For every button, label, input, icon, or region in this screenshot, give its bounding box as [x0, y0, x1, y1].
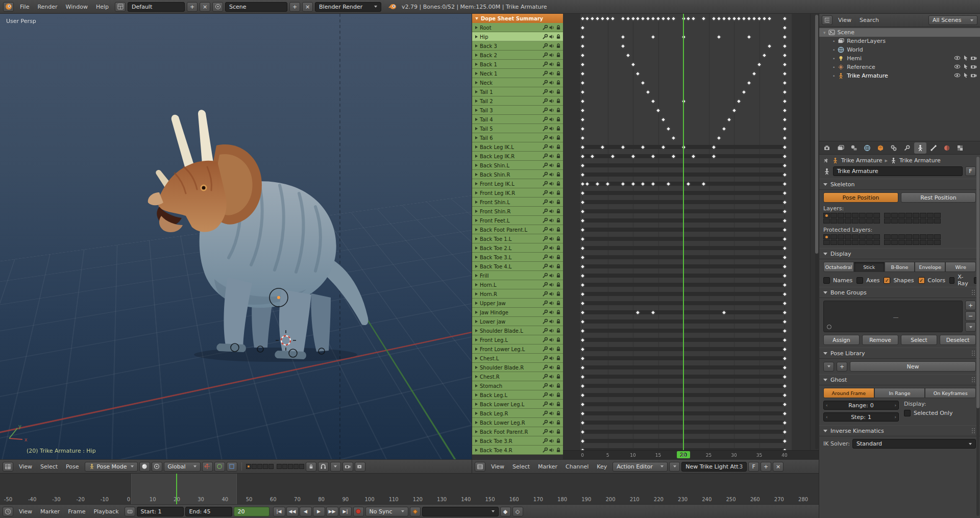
channel-lock-icon[interactable]: [555, 410, 561, 416]
layer-cell[interactable]: [845, 213, 851, 218]
channel-front-feet-l[interactable]: Front Feet.L: [472, 216, 563, 225]
channel-lock-icon[interactable]: [555, 144, 561, 150]
keyframe-diamond[interactable]: [660, 16, 666, 21]
keyframe-diamond[interactable]: [646, 89, 651, 94]
panel-header-skeleton[interactable]: Skeleton: [819, 179, 980, 190]
keyframe-diamond[interactable]: [580, 43, 585, 48]
channel-lower-jaw[interactable]: Lower jaw: [472, 317, 563, 326]
channel-modifier-icon[interactable]: [542, 300, 548, 306]
channel-back-toe-4-r[interactable]: Back Toe 4.R: [472, 446, 563, 455]
layer-cell[interactable]: [905, 234, 912, 239]
viewport-menu-view[interactable]: View: [15, 463, 36, 470]
channel-expand-icon[interactable]: [475, 366, 478, 369]
channel-mute-icon[interactable]: [548, 89, 555, 95]
layer-cell[interactable]: [845, 240, 851, 245]
scene-selector[interactable]: Scene: [225, 2, 287, 12]
selectability-toggle-icon[interactable]: [962, 72, 969, 80]
layer-cell[interactable]: [859, 218, 866, 224]
bone-group-select-button[interactable]: Select: [901, 335, 937, 345]
channel-mute-icon[interactable]: [548, 254, 555, 260]
outliner-item-world[interactable]: •World: [819, 45, 980, 54]
viewport-menu-select[interactable]: Select: [36, 463, 62, 470]
viewport-layer-4[interactable]: [263, 464, 268, 469]
disclosure-icon[interactable]: •: [832, 39, 835, 44]
panel-header-inverse-kinematics[interactable]: Inverse Kinematics: [819, 425, 980, 436]
keyframe-diamond[interactable]: [580, 80, 585, 85]
screen-layout-selector[interactable]: Default: [128, 2, 185, 12]
snap-element-button[interactable]: [330, 462, 341, 472]
display-mode-stick[interactable]: Stick: [854, 262, 885, 272]
keyframe-diamond[interactable]: [782, 126, 787, 131]
channel-expand-icon[interactable]: [475, 155, 478, 158]
layer-cell[interactable]: [873, 213, 880, 218]
channel-expand-icon[interactable]: [475, 292, 478, 295]
channel-expand-icon[interactable]: [475, 228, 478, 231]
properties-tab-texture[interactable]: [954, 142, 966, 154]
channel-mute-icon[interactable]: [548, 364, 555, 371]
keyframe-diamond[interactable]: [625, 16, 630, 21]
layer-cell[interactable]: [859, 213, 866, 218]
channel-lock-icon[interactable]: [555, 107, 561, 113]
channel-lock-icon[interactable]: [555, 309, 561, 315]
channel-mute-icon[interactable]: [548, 153, 555, 159]
channel-lock-icon[interactable]: [555, 61, 561, 67]
timeline-playhead[interactable]: [176, 474, 177, 504]
channel-expand-icon[interactable]: [475, 348, 478, 351]
delete-keyframe-button[interactable]: ◇: [512, 507, 523, 516]
viewport-shading-button[interactable]: [139, 462, 150, 472]
keyframe-diamond[interactable]: [580, 25, 585, 30]
channel-lock-icon[interactable]: [555, 447, 561, 453]
channel-lock-icon[interactable]: [555, 355, 561, 361]
keyframe-diamond[interactable]: [782, 108, 787, 113]
keyframe-diamond[interactable]: [782, 80, 787, 85]
panel-grip-icon[interactable]: [971, 377, 976, 383]
jump-to-start-button[interactable]: |◀: [273, 507, 285, 516]
keyframe-diamond[interactable]: [757, 62, 762, 67]
keyframe-diamond[interactable]: [762, 53, 767, 58]
properties-tab-bone[interactable]: [927, 142, 940, 154]
channel-back-1[interactable]: Back 1: [472, 60, 563, 69]
channel-expand-icon[interactable]: [475, 274, 478, 277]
channel-frill[interactable]: Frill: [472, 271, 563, 280]
panel-header-display[interactable]: Display: [819, 248, 980, 259]
channel-expand-icon[interactable]: [475, 210, 478, 213]
channel-back-3[interactable]: Back 3: [472, 41, 563, 51]
channel-back-leg-ik-l[interactable]: Back Leg IK.L: [472, 142, 563, 152]
keyframe-diamond[interactable]: [762, 16, 767, 21]
dopesheet-menu-channel[interactable]: Channel: [561, 463, 593, 470]
channel-mute-icon[interactable]: [548, 144, 555, 150]
channel-modifier-icon[interactable]: [542, 309, 548, 315]
render-opengl-anim-button[interactable]: [355, 462, 365, 472]
channel-lock-icon[interactable]: [555, 364, 561, 371]
editor-type-button-dopesheet[interactable]: [475, 462, 485, 472]
viewport-layer-2[interactable]: [252, 464, 257, 469]
keyframe-diamond[interactable]: [635, 71, 641, 76]
channel-back-2[interactable]: Back 2: [472, 51, 563, 60]
autokey-diamond-icon[interactable]: [410, 507, 421, 516]
layer-cell[interactable]: [913, 240, 919, 245]
channel-lock-icon[interactable]: [555, 135, 561, 141]
channel-mute-icon[interactable]: [548, 24, 555, 31]
channel-modifier-icon[interactable]: [542, 217, 548, 224]
channel-lock-icon[interactable]: [555, 236, 561, 242]
channel-lock-icon[interactable]: [555, 227, 561, 233]
pose-library-browse-button[interactable]: [823, 362, 834, 372]
editor-type-button-outliner[interactable]: [822, 15, 832, 25]
channel-mute-icon[interactable]: [548, 190, 555, 196]
ghost-type-on-keyframes[interactable]: On Keyframes: [925, 388, 976, 398]
disclosure-icon[interactable]: •: [832, 47, 835, 53]
outliner-item-renderlayers[interactable]: •RenderLayers: [819, 37, 980, 45]
channel-lock-icon[interactable]: [555, 337, 561, 343]
channel-lock-icon[interactable]: [555, 420, 561, 426]
layer-cell[interactable]: [898, 218, 905, 224]
keyframe-diamond[interactable]: [742, 89, 747, 94]
disclosure-icon[interactable]: •: [832, 73, 835, 79]
layer-cell[interactable]: [920, 218, 926, 224]
channel-tail-3[interactable]: Tail 3: [472, 106, 563, 115]
keyframe-diamond[interactable]: [691, 16, 696, 21]
channel-back-toe-1-l[interactable]: Back Toe 1.L: [472, 234, 563, 243]
layer-cell[interactable]: [934, 213, 941, 218]
keyframe-diamond[interactable]: [580, 89, 585, 94]
checkbox-shapes[interactable]: ✓Shapes: [884, 275, 914, 286]
channel-lock-icon[interactable]: [555, 34, 561, 40]
